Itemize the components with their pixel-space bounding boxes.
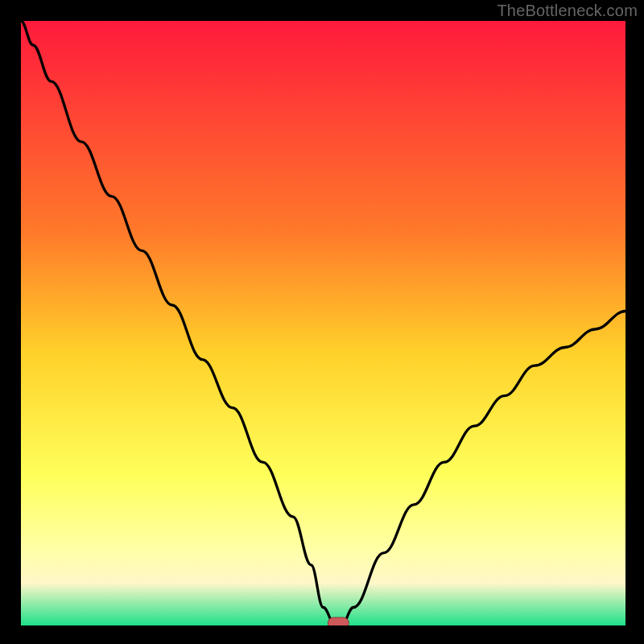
plot-svg	[21, 21, 625, 625]
watermark-text: TheBottleneck.com	[497, 2, 638, 20]
gradient-background	[21, 21, 625, 625]
bottleneck-marker	[328, 617, 349, 625]
plot-area	[21, 21, 625, 625]
chart-frame: TheBottleneck.com	[0, 0, 644, 644]
